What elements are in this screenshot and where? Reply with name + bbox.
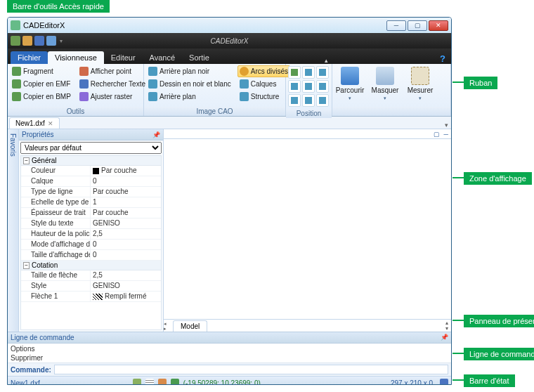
btn-arriere-plan[interactable]: Arrière plan (146, 91, 233, 103)
btn-afficher-point[interactable]: Afficher point (77, 65, 148, 77)
prop-value[interactable]: 0 (90, 250, 161, 260)
tab-file[interactable]: Fichier (11, 51, 48, 64)
pos-btn-8[interactable] (302, 94, 315, 107)
pos-btn-3[interactable] (316, 66, 329, 79)
pos-btn-6[interactable] (316, 80, 329, 93)
btn-masquer[interactable]: Masquer▾ (367, 64, 403, 107)
pos-btn-2[interactable] (302, 66, 315, 79)
layout-prev-icon[interactable]: ◂ (164, 321, 167, 326)
cmdline-pin-icon[interactable]: 📌 (441, 334, 448, 341)
pos-btn-5[interactable] (302, 80, 315, 93)
status-resize-icon[interactable] (440, 379, 448, 385)
properties-pin-icon[interactable]: 📌 (152, 131, 160, 138)
status-grid-icon[interactable] (145, 379, 154, 385)
prop-row[interactable]: Hauteur de la police2,5 (21, 229, 161, 240)
btn-dessin-nb[interactable]: Dessin en noir et blanc (146, 78, 233, 90)
model-tab[interactable]: Model (173, 320, 207, 332)
pos-btn-7[interactable] (288, 94, 301, 107)
tab-sortie[interactable]: Sortie (182, 51, 216, 64)
group-position-label: Position (286, 109, 332, 118)
prop-value[interactable]: Rempli fermé (90, 292, 161, 301)
prop-value[interactable]: 0 (90, 240, 161, 249)
prop-row[interactable]: Couleur Par couche (21, 166, 161, 176)
side-favorites-tab[interactable]: Favoris (8, 129, 19, 332)
btn-arriere-plan-noir[interactable]: Arrière plan noir (146, 65, 233, 77)
cmdline-input[interactable] (54, 365, 448, 374)
viewport-btn-2[interactable]: ─ (444, 131, 448, 138)
status-icon-3[interactable] (158, 379, 167, 385)
tab-avance[interactable]: Avancé (143, 51, 183, 64)
prop-row[interactable]: Taille de flèche2,5 (21, 270, 161, 281)
app-icon (11, 20, 20, 30)
btn-arcs-divises[interactable]: Arcs divisés (237, 65, 290, 77)
pos-btn-1[interactable] (288, 66, 301, 79)
properties-body: −GénéralCouleur Par coucheCalque0Type de… (20, 155, 162, 330)
doc-tab[interactable]: New1.dxf✕ (9, 117, 60, 129)
qab-new-icon[interactable] (11, 36, 20, 46)
prop-value[interactable]: GENISO (90, 218, 161, 228)
prop-row[interactable]: Type de lignePar couche (21, 187, 161, 197)
prop-row[interactable]: Mode d'affichage de0 (21, 240, 161, 250)
group-outils-label: Outils (8, 107, 143, 116)
prop-value[interactable]: GENISO (90, 281, 161, 291)
prop-group-header[interactable]: −Cotation (21, 261, 161, 270)
prop-key: Style (21, 281, 90, 291)
pos-btn-9[interactable] (316, 94, 329, 107)
prop-row[interactable]: Flèche 1 Rempli fermé (21, 292, 161, 302)
ribbon-minimize-icon[interactable]: ▴ (325, 57, 328, 64)
qab-saveas-icon[interactable] (46, 36, 56, 46)
prop-value[interactable]: Par couche (90, 208, 161, 218)
close-button[interactable]: ✕ (429, 20, 448, 31)
btn-parcourir[interactable]: Parcourir▾ (332, 64, 367, 107)
prop-row[interactable]: Taille d'affichage de0 (21, 250, 161, 261)
viewport-toolbar: ▢ ─ (164, 129, 451, 139)
prop-value[interactable]: 2,5 (90, 229, 161, 239)
prop-row[interactable]: Calque0 (21, 176, 161, 187)
minimize-button[interactable]: ─ (386, 20, 406, 31)
qab-save-icon[interactable] (34, 36, 44, 46)
help-button[interactable]: ? (440, 53, 445, 64)
maximize-button[interactable]: ▢ (408, 20, 427, 31)
cmdline-history: Options Supprimer (8, 344, 451, 363)
tab-visionneuse[interactable]: Visionneuse (48, 51, 104, 64)
status-icon-4[interactable] (171, 379, 179, 385)
prop-group-header[interactable]: −Général (21, 156, 161, 166)
prop-value[interactable]: Par couche (90, 166, 161, 176)
prop-key: Couleur (21, 166, 90, 176)
viewport-btn-1[interactable]: ▢ (434, 131, 440, 138)
callout-line (452, 320, 464, 321)
layout-scroll-down-icon[interactable]: ▾ (445, 326, 448, 332)
tab-editeur[interactable]: Editeur (104, 51, 143, 64)
ribbon: Fragment Copier en EMF Copier en BMP Aff… (8, 64, 451, 117)
qab-dropdown-icon[interactable]: ▾ (60, 38, 63, 44)
btn-fragment[interactable]: Fragment (10, 65, 73, 77)
doc-tabs-overflow-icon[interactable]: ▾ (445, 122, 448, 129)
prop-value[interactable]: Par couche (90, 187, 161, 197)
btn-calques[interactable]: Calques (237, 78, 290, 90)
prop-row[interactable]: Épaisseur de traitPar couche (21, 208, 161, 218)
prop-row[interactable]: StyleGENISO (21, 281, 161, 292)
titlebar: CADEditorX ─ ▢ ✕ (8, 18, 451, 33)
group-imagecao-label: Image CAO (144, 107, 285, 116)
prop-row[interactable]: Style du texteGENISO (21, 218, 161, 229)
btn-ajuster-raster[interactable]: Ajuster raster (77, 91, 148, 103)
btn-copier-bmp[interactable]: Copier en BMP (10, 91, 73, 103)
btn-mesurer[interactable]: Mesurer▾ (403, 64, 438, 107)
prop-value[interactable]: 1 (90, 197, 161, 207)
properties-selector[interactable]: Valeurs par défaut (20, 142, 162, 154)
qab-open-icon[interactable] (22, 36, 32, 46)
callout-line (452, 81, 464, 83)
layout-next-icon[interactable]: ▸ (164, 326, 167, 331)
prop-value[interactable]: 0 (90, 176, 161, 186)
viewport[interactable]: ▢ ─ ◂▸ Model ▴▾ (164, 129, 451, 332)
pos-btn-4[interactable] (288, 80, 301, 93)
btn-copier-emf[interactable]: Copier en EMF (10, 78, 73, 90)
prop-row[interactable]: Echelle de type de l1 (21, 197, 161, 208)
prop-value[interactable]: 2,5 (90, 270, 161, 280)
doc-tab-close-icon[interactable]: ✕ (48, 120, 53, 127)
btn-rechercher-texte[interactable]: Rechercher Texte (77, 78, 148, 90)
status-icon-1[interactable] (133, 379, 141, 385)
ribbon-tabs: Fichier Visionneuse Editeur Avancé Sorti… (8, 48, 451, 64)
main-area: Favoris Propriétés📌 Valeurs par défaut −… (8, 129, 451, 332)
btn-structure[interactable]: Structure (237, 91, 290, 103)
